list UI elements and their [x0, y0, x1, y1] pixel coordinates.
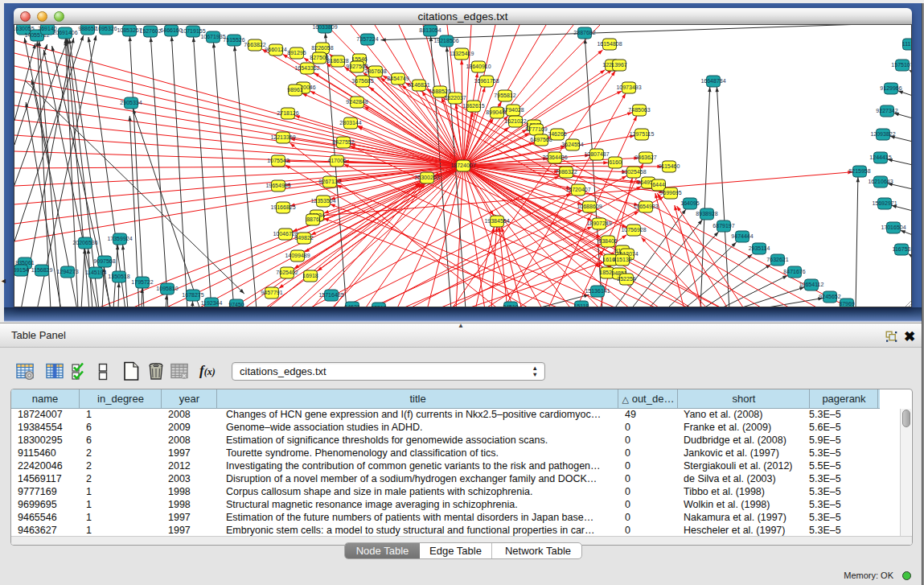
svg-text:10719155: 10719155 — [180, 28, 205, 34]
svg-text:9227342: 9227342 — [876, 108, 897, 113]
svg-text:97450: 97450 — [228, 302, 244, 307]
svg-text:1575107: 1575107 — [891, 62, 912, 68]
svg-text:8938928: 8938928 — [696, 211, 717, 216]
svg-text:7485063: 7485063 — [628, 107, 650, 113]
svg-text:6466160: 6466160 — [160, 27, 182, 33]
svg-text:252254: 252254 — [617, 276, 635, 282]
svg-text:7632621: 7632621 — [766, 257, 788, 262]
svg-text:10853267: 10853267 — [117, 27, 142, 33]
svg-text:9129966: 9129966 — [880, 85, 901, 91]
svg-text:6444: 6444 — [652, 182, 665, 187]
svg-text:7515526: 7515526 — [223, 37, 244, 43]
svg-text:7986322: 7986322 — [555, 169, 577, 175]
svg-text:98812: 98812 — [371, 305, 387, 307]
svg-text:9463627: 9463627 — [634, 154, 656, 160]
svg-text:18907249: 18907249 — [586, 220, 611, 226]
svg-text:6879197: 6879197 — [713, 223, 734, 229]
svg-text:7625402: 7625402 — [276, 270, 298, 275]
svg-text:10973493: 10973493 — [616, 84, 641, 90]
svg-text:415132: 415132 — [613, 257, 631, 262]
svg-text:849822: 849822 — [294, 235, 313, 241]
svg-text:9115460: 9115460 — [659, 163, 680, 169]
svg-text:16154808: 16154808 — [597, 41, 622, 47]
svg-text:17016504: 17016504 — [881, 225, 906, 230]
svg-text:24510: 24510 — [503, 304, 519, 307]
svg-text:16033809: 16033809 — [312, 25, 337, 30]
svg-text:8813054: 8813054 — [419, 27, 441, 33]
svg-text:7663822: 7663822 — [244, 42, 265, 47]
svg-text:20206536: 20206536 — [72, 240, 97, 245]
svg-text:2935114: 2935114 — [749, 245, 770, 251]
svg-text:16918: 16918 — [302, 273, 318, 278]
svg-text:9699695: 9699695 — [659, 190, 681, 196]
svg-text:13967: 13967 — [611, 62, 627, 68]
svg-text:8215958: 8215958 — [848, 168, 870, 174]
svg-text:39154: 39154 — [14, 267, 29, 273]
svg-text:11174: 11174 — [902, 41, 912, 47]
svg-text:16210643: 16210643 — [868, 179, 893, 184]
svg-text:16543362: 16543362 — [294, 65, 319, 71]
svg-text:98961: 98961 — [287, 87, 303, 93]
svg-text:15716485: 15716485 — [318, 292, 343, 298]
svg-text:19654985: 19654985 — [265, 183, 290, 188]
svg-text:10671935: 10671935 — [200, 34, 225, 39]
svg-text:1362615: 1362615 — [462, 103, 484, 109]
svg-text:19654923: 19654923 — [633, 204, 658, 209]
svg-text:19384554: 19384554 — [484, 218, 509, 224]
svg-text:11325419: 11325419 — [450, 51, 474, 56]
svg-text:6794028: 6794028 — [502, 107, 524, 113]
svg-text:12353504: 12353504 — [310, 198, 335, 204]
svg-text:3624554: 3624554 — [561, 142, 583, 147]
svg-text:1075542: 1075542 — [267, 158, 289, 163]
svg-text:10654112: 10654112 — [799, 282, 824, 287]
svg-text:9777169: 9777169 — [525, 126, 547, 132]
svg-text:15692971: 15692971 — [872, 200, 897, 206]
svg-text:1294273: 1294273 — [56, 269, 78, 274]
svg-text:2905334: 2905334 — [120, 100, 142, 105]
svg-text:8267130: 8267130 — [318, 179, 340, 184]
svg-text:9245652: 9245652 — [819, 294, 840, 299]
svg-text:9474444: 9474444 — [731, 233, 753, 239]
svg-text:10688609: 10688609 — [577, 204, 602, 209]
svg-text:25300203: 25300203 — [414, 175, 439, 180]
svg-text:746266: 746266 — [548, 131, 566, 137]
svg-text:8226058: 8226058 — [311, 45, 333, 51]
svg-text:9146821: 9146821 — [408, 82, 429, 88]
svg-text:1527602: 1527602 — [139, 28, 161, 34]
svg-text:1588520: 1588520 — [429, 89, 450, 94]
svg-text:16648784: 16648784 — [700, 78, 725, 84]
svg-text:7955812: 7955812 — [494, 93, 515, 98]
svg-text:9097568: 9097568 — [93, 258, 115, 264]
svg-text:9457791: 9457791 — [261, 290, 282, 295]
svg-text:3822037: 3822037 — [444, 95, 466, 101]
svg-text:10807487: 10807487 — [584, 151, 609, 157]
svg-text:6497568: 6497568 — [530, 137, 552, 142]
svg-text:1192344: 1192344 — [201, 300, 223, 306]
svg-text:16961758: 16961758 — [474, 78, 499, 84]
svg-text:18640910: 18640910 — [466, 64, 491, 69]
svg-text:15720407: 15720407 — [565, 187, 590, 192]
svg-text:8427552: 8427552 — [332, 139, 354, 145]
svg-text:19218506: 19218506 — [433, 38, 458, 43]
svg-text:87969: 87969 — [839, 301, 855, 307]
svg-text:1795722: 1795722 — [131, 279, 153, 285]
svg-text:2887682: 2887682 — [573, 30, 595, 35]
svg-text:12975115: 12975115 — [630, 131, 655, 137]
svg-text:938406: 938406 — [598, 238, 617, 244]
svg-text:2867608: 2867608 — [364, 68, 386, 74]
svg-text:12213369: 12213369 — [270, 134, 295, 140]
svg-text:1145194: 1145194 — [85, 270, 107, 275]
svg-text:988657: 988657 — [78, 26, 97, 31]
svg-text:20691406: 20691406 — [52, 30, 77, 35]
svg-text:10025458: 10025458 — [621, 169, 646, 175]
svg-text:8454749: 8454749 — [387, 76, 409, 81]
svg-text:8186328: 8186328 — [326, 58, 348, 64]
svg-text:3675685: 3675685 — [351, 78, 373, 84]
svg-text:6160: 6160 — [609, 159, 622, 165]
svg-text:9660124: 9660124 — [265, 47, 286, 52]
svg-text:12093822: 12093822 — [870, 131, 895, 137]
svg-text:1244415: 1244415 — [869, 154, 891, 160]
svg-text:164095: 164095 — [680, 200, 699, 206]
svg-text:8471676: 8471676 — [783, 269, 805, 274]
svg-text:18724007: 18724007 — [450, 163, 475, 168]
